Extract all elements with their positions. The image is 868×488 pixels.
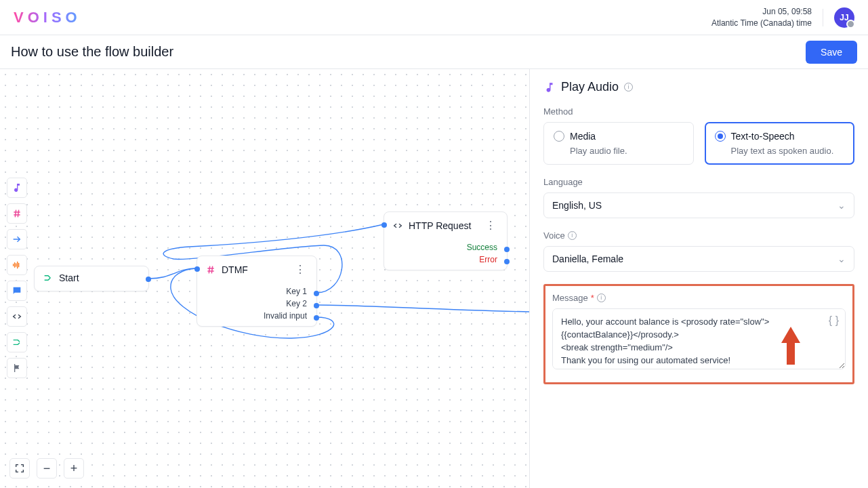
- page-title: How to use the flow builder: [11, 44, 173, 60]
- clock-block: Jun 05, 09:58 Atlantic Time (Canada) tim…: [711, 6, 812, 28]
- clock-timezone: Atlantic Time (Canada) time: [711, 18, 812, 28]
- top-bar: VOISO Jun 05, 09:58 Atlantic Time (Canad…: [0, 0, 868, 35]
- clock-time: Jun 05, 09:58: [711, 6, 812, 17]
- avatar-initials: JJ: [840, 13, 848, 22]
- user-avatar[interactable]: JJ: [834, 7, 854, 28]
- logo: VOISO: [14, 9, 81, 26]
- divider: [823, 9, 823, 26]
- save-button[interactable]: Save: [806, 41, 857, 64]
- title-bar: How to use the flow builder Save: [0, 35, 868, 69]
